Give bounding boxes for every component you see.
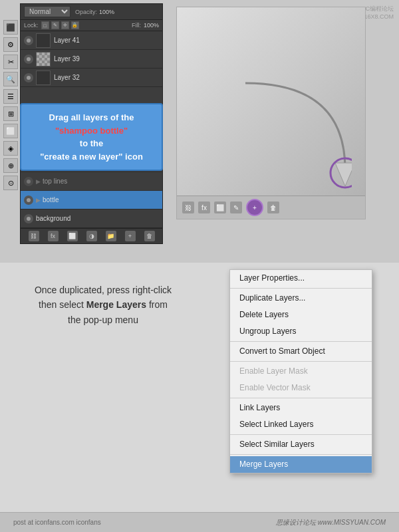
add-mask-icon[interactable]: ⬜ [67,231,78,241]
footer-left-text: post at iconfans.com iconfans [13,519,101,526]
layer-item[interactable]: Layer 39 [21,50,162,68]
mask-canvas-icon[interactable]: ⬜ [214,201,226,213]
separator [230,434,372,435]
layer-name: Layer 39 [54,55,159,63]
chain-icon[interactable]: ⛓ [182,201,194,213]
fx-icon[interactable]: fx [48,231,59,241]
lock-position-icon[interactable]: ✛ [61,21,69,29]
opacity-value: 100% [99,9,114,15]
lock-paint-icon[interactable]: ✎ [51,21,59,29]
menu-item-delete-layers[interactable]: Delete Layers [230,307,372,323]
blend-mode-select[interactable]: Normal [24,6,70,17]
instruction-line2: then select Merge Layers from [39,299,168,310]
menu-item-enable-vector-mask: Enable Vector Mask [230,380,372,396]
callout-text: Drag all layers of the "shampoo bottle" … [29,111,154,163]
layer-name: Layer 41 [54,37,159,44]
menu-item-merge-layers[interactable]: Merge Layers [230,456,372,473]
visibility-icon[interactable] [24,73,33,82]
separator [230,288,372,289]
visibility-icon[interactable] [24,55,33,64]
footer-right-text: 思缘设计论坛 www.MISSYUAN.COM [276,518,386,527]
svg-marker-0 [335,163,352,186]
separator [230,398,372,398]
menu-item-ungroup-layers[interactable]: Ungroup Layers [230,323,372,340]
panel-toolbar: ⛓ fx ⬜ ◑ 📁 + 🗑 [21,228,162,243]
menu-item-duplicate-layers[interactable]: Duplicate Layers... [230,290,372,307]
canvas-toolbar: ⛓ fx ⬜ ✎ + 🗑 [177,196,365,219]
layer-item[interactable]: ▶ top lines [21,172,162,191]
menu-item-enable-layer-mask: Enable Layer Mask [230,363,372,380]
new-layer-icon[interactable]: + [125,231,136,241]
instruction-area: Once duplicated, press right-click then … [20,283,186,327]
expand-arrow-icon[interactable]: ▶ [36,197,41,203]
layer-name: background [36,215,159,222]
side-icon-3[interactable]: ✂ [3,55,18,69]
layer-item-bottle[interactable]: ▶ bottle [21,191,162,209]
fill-label: Fill: [132,22,141,29]
menu-item-link-layers[interactable]: Link Layers [230,400,372,416]
layer-thumbnail [36,70,51,85]
separator [230,454,372,455]
merge-layers-bold: Merge Layers [86,299,146,310]
delete-layer-icon[interactable]: 🗑 [144,231,155,241]
separator [230,341,372,342]
side-icon-5[interactable]: ☰ [3,89,18,104]
visibility-icon[interactable] [24,214,33,223]
lock-icons: □ ✎ ✛ 🔒 [41,21,79,29]
visibility-icon[interactable] [24,36,33,45]
menu-item-select-similar-layers[interactable]: Select Similar Layers [230,436,372,453]
side-icon-1[interactable]: ⬛ [3,20,18,35]
context-menu: Layer Properties... Duplicate Layers... … [229,269,372,473]
layer-name: Layer 32 [54,74,159,81]
layer-item-background[interactable]: background [21,209,162,228]
top-panel: PC编程论坛 BBS.16X8.COM ⬛ ⚙ ✂ 🔍 ☰ ⊞ ⬜ ◈ ⊕ ⊙ … [0,0,399,263]
side-icon-6[interactable]: ⊞ [3,106,18,121]
side-icon-8[interactable]: ◈ [3,141,18,156]
menu-item-layer-properties[interactable]: Layer Properties... [230,270,372,287]
callout-bubble: Drag all layers of the "shampoo bottle" … [20,103,163,171]
bottom-section: Once duplicated, press right-click then … [0,263,399,532]
side-icon-10[interactable]: ⊙ [3,176,18,190]
layer-item[interactable]: Layer 32 [21,68,162,87]
fx-canvas-icon[interactable]: fx [198,201,210,213]
side-icon-2[interactable]: ⚙ [3,37,18,52]
new-layer-canvas-icon[interactable]: + [246,199,263,216]
canvas-preview: ⛓ fx ⬜ ✎ + 🗑 [176,7,366,219]
arrow-graphic [232,70,352,205]
layer-thumbnail [36,33,51,48]
layers-lock-row: Lock: □ ✎ ✛ 🔒 Fill: 100% [21,20,162,31]
lock-all-icon[interactable]: 🔒 [71,21,79,29]
menu-item-convert-smart-object[interactable]: Convert to Smart Object [230,343,372,360]
adjustment-icon[interactable]: ◑ [86,231,97,241]
side-icon-7[interactable]: ⬜ [3,124,18,138]
layers-panel-header: Normal Opacity: 100% [21,4,162,20]
layer-thumbnail [36,52,51,66]
brush-canvas-icon[interactable]: ✎ [230,201,242,213]
layer-name: top lines [43,178,159,185]
layer-item[interactable]: Layer 41 [21,31,162,50]
separator [230,361,372,362]
visibility-icon[interactable] [24,196,33,205]
fill-value: 100% [144,22,159,29]
layer-name: bottle [43,196,159,203]
lock-label: Lock: [24,22,39,29]
menu-item-select-linked-layers[interactable]: Select Linked Layers [230,416,372,433]
side-toolbar: ⬛ ⚙ ✂ 🔍 ☰ ⊞ ⬜ ◈ ⊕ ⊙ [3,20,18,190]
side-icon-9[interactable]: ⊕ [3,158,18,173]
group-icon[interactable]: 📁 [106,231,116,241]
side-icon-4[interactable]: 🔍 [3,72,18,86]
footer: post at iconfans.com iconfans 思缘设计论坛 www… [0,512,399,532]
trash-canvas-icon[interactable]: 🗑 [267,201,279,213]
instruction-line4: the pop-up menu [68,315,138,325]
instruction-line1: Once duplicated, press right-click [35,285,172,295]
link-layers-icon[interactable]: ⛓ [29,231,39,241]
visibility-icon[interactable] [24,177,33,186]
opacity-label: Opacity: [75,9,97,15]
callout-highlight: "shampoo bottle" [55,126,128,136]
expand-arrow-icon[interactable]: ▶ [36,178,41,185]
lock-transparency-icon[interactable]: □ [41,21,49,29]
